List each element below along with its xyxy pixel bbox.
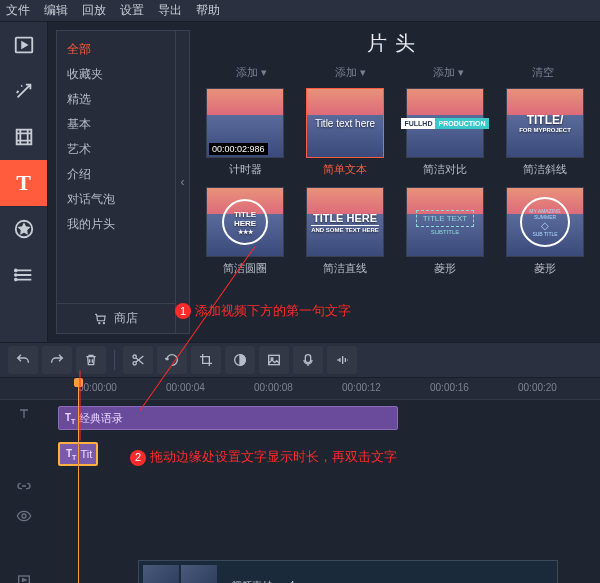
sort-1[interactable]: 添加 ▾ [236, 65, 267, 80]
store-button[interactable]: 商店 [57, 303, 175, 333]
svg-rect-9 [269, 355, 280, 364]
video-thumbnail [181, 565, 217, 583]
delete-button[interactable] [76, 346, 106, 374]
track-headers [0, 400, 48, 583]
thumb-right: PRODUCTION [435, 118, 488, 129]
menubar: 文件 编辑 回放 设置 导出 帮助 [0, 0, 600, 22]
sort-row: 添加 ▾ 添加 ▾ 添加 ▾ 清空 [202, 65, 588, 80]
menu-playback[interactable]: 回放 [82, 2, 106, 19]
thumb-main: TITLE HERE [224, 210, 266, 228]
category-featured[interactable]: 精选 [57, 87, 175, 112]
category-bubble[interactable]: 对话气泡 [57, 187, 175, 212]
category-panel: 全部 收藏夹 精选 基本 艺术 介绍 对话气泡 我的片头 商店 [56, 30, 176, 334]
card-diamond2[interactable]: MY AMAZING SUMMER◇SUB TITLE 菱形 [502, 187, 588, 276]
ruler-tick: 00:00:08 [254, 382, 293, 393]
card-label: 简洁直线 [323, 261, 367, 276]
card-line[interactable]: TITLE HEREAND SOME TEXT HERE 简洁直线 [302, 187, 388, 276]
category-favorites[interactable]: 收藏夹 [57, 62, 175, 87]
thumb-main: TITLE TEXT [416, 210, 474, 227]
ruler-tick: 00:00:00 [78, 382, 117, 393]
thumb-main: TITLE/ [519, 113, 571, 127]
undo-button[interactable] [8, 346, 38, 374]
card-simple-text[interactable]: Title text here 简单文本 [302, 88, 388, 177]
sidebar: T [0, 22, 48, 342]
svg-point-3 [14, 270, 16, 272]
card-label: 简洁圆圈 [223, 261, 267, 276]
card-timer[interactable]: 00:00:02:986 计时器 [202, 88, 288, 177]
card-label: 菱形 [534, 261, 556, 276]
card-label: 简洁斜线 [523, 162, 567, 177]
thumb-sub: ★★★ [238, 228, 253, 235]
card-label: 简单文本 [323, 162, 367, 177]
crop-button[interactable] [191, 346, 221, 374]
card-label: 简洁对比 [423, 162, 467, 177]
cut-button[interactable] [123, 346, 153, 374]
store-label: 商店 [114, 310, 138, 327]
audio-button[interactable] [327, 346, 357, 374]
card-slash[interactable]: TITLE/FOR MYPROJECT 简洁斜线 [502, 88, 588, 177]
clip-label: 经典语录 [79, 411, 123, 426]
collapse-panel-button[interactable]: ‹ [176, 30, 190, 334]
sidebar-titles[interactable]: T [0, 160, 47, 206]
menu-edit[interactable]: 编辑 [44, 2, 68, 19]
svg-point-12 [22, 514, 26, 518]
category-basic[interactable]: 基本 [57, 112, 175, 137]
category-mine[interactable]: 我的片头 [57, 212, 175, 237]
timeline-ruler[interactable]: 00:00:00 00:00:04 00:00:08 00:00:12 00:0… [0, 378, 600, 400]
sort-4[interactable]: 清空 [532, 65, 554, 80]
category-all[interactable]: 全部 [57, 37, 175, 62]
title-clip-1[interactable]: TT 经典语录 [58, 406, 398, 430]
menu-file[interactable]: 文件 [6, 2, 30, 19]
title-icon: TT [65, 412, 75, 425]
card-label: 菱形 [434, 261, 456, 276]
thumb-sub: SUBTITLE [416, 229, 474, 235]
sidebar-more[interactable] [0, 252, 47, 298]
svg-point-4 [14, 274, 16, 276]
timecode: 00:00:02:986 [209, 143, 268, 155]
rotate-button[interactable] [157, 346, 187, 374]
menu-settings[interactable]: 设置 [120, 2, 144, 19]
image-button[interactable] [259, 346, 289, 374]
sort-2[interactable]: 添加 ▾ [335, 65, 366, 80]
redo-button[interactable] [42, 346, 72, 374]
thumb-left: FULLHD [401, 118, 435, 129]
card-label: 计时器 [229, 162, 262, 177]
timeline-toolbar [0, 342, 600, 378]
sort-3[interactable]: 添加 ▾ [433, 65, 464, 80]
card-contrast[interactable]: FULLHDPRODUCTION 简洁对比 [402, 88, 488, 177]
sidebar-filters[interactable] [0, 114, 47, 160]
title-track-icon [16, 406, 32, 422]
visibility-track-icon [16, 508, 32, 524]
svg-point-6 [133, 362, 136, 365]
title-grid: 00:00:02:986 计时器 Title text here 简单文本 FU… [202, 88, 588, 276]
record-button[interactable] [293, 346, 323, 374]
thumb-text: Title text here [315, 118, 375, 129]
color-button[interactable] [225, 346, 255, 374]
thumb-sub: AND SOME TEXT HERE [311, 227, 379, 233]
ruler-tick: 00:00:12 [342, 382, 381, 393]
sidebar-stickers[interactable] [0, 206, 47, 252]
menu-help[interactable]: 帮助 [196, 2, 220, 19]
thumb-main: TITLE HERE [311, 212, 379, 226]
sidebar-media[interactable] [0, 22, 47, 68]
category-intro[interactable]: 介绍 [57, 162, 175, 187]
sidebar-fx[interactable] [0, 68, 47, 114]
link-track-icon [16, 478, 32, 494]
svg-point-5 [14, 279, 16, 281]
playhead[interactable] [78, 378, 79, 583]
clip-label: Tit [80, 448, 92, 460]
svg-rect-11 [305, 355, 310, 363]
thumb-sub: SUB TITLE [532, 231, 557, 237]
thumb-sub: FOR MYPROJECT [519, 127, 571, 133]
card-diamond1[interactable]: TITLE TEXTSUBTITLE 菱形 [402, 187, 488, 276]
thumb-main: MY AMAZING SUMMER [522, 208, 568, 220]
clip-label: mv视频素材.mp4 [219, 579, 295, 583]
ruler-tick: 00:00:04 [166, 382, 205, 393]
video-clip[interactable]: mv视频素材.mp4 [138, 560, 558, 583]
ruler-tick: 00:00:16 [430, 382, 469, 393]
panel-title: 片头 [202, 30, 588, 57]
menu-export[interactable]: 导出 [158, 2, 182, 19]
card-circle[interactable]: TITLE HERE★★★ 简洁圆圈 [202, 187, 288, 276]
timeline: 00:00:00 00:00:04 00:00:08 00:00:12 00:0… [0, 378, 600, 583]
category-art[interactable]: 艺术 [57, 137, 175, 162]
